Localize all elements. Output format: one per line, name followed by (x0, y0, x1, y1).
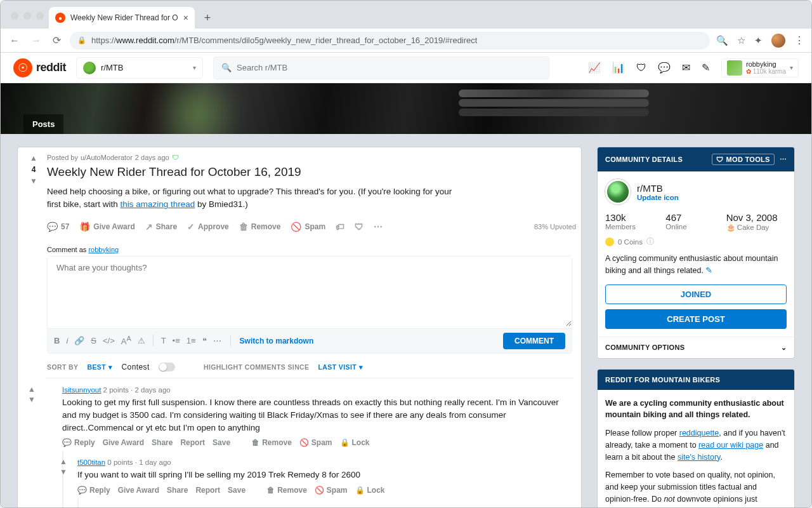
all-icon[interactable]: 📊 (612, 62, 625, 74)
browser-tab[interactable]: ● Weekly New Rider Thread for O × (49, 7, 195, 29)
comment-as-user[interactable]: robbyking (88, 246, 119, 253)
profile-avatar[interactable] (771, 34, 785, 48)
reply-button[interactable]: 💬 Reply (62, 438, 95, 447)
award-button[interactable]: 🎁Give Award (75, 219, 138, 234)
comment-as-label: Comment as robbyking (47, 246, 572, 253)
bold-button[interactable]: B (54, 336, 60, 345)
contest-label: Contest (122, 363, 150, 371)
wiki-link[interactable]: read our wiki page (698, 441, 763, 450)
more-button[interactable]: ⋯ (370, 219, 386, 234)
new-tab-button[interactable]: + (199, 9, 216, 27)
award-button[interactable]: Give Award (118, 486, 159, 495)
remove-button[interactable]: 🗑 Remove (252, 438, 292, 447)
upvote-button[interactable] (75, 505, 88, 508)
back-button[interactable]: ← (7, 32, 22, 49)
shield-button[interactable]: 🛡 (351, 219, 367, 234)
submit-comment-button[interactable]: COMMENT (503, 333, 565, 349)
address-bar[interactable]: 🔒 https://www.reddit.com/r/MTB/comments/… (70, 32, 710, 50)
post-body-link[interactable]: this amazing thread (121, 199, 195, 209)
browser-menu-icon[interactable]: ⋮ (794, 34, 805, 46)
subreddit-name[interactable]: r/MTB (637, 183, 679, 194)
spam-button[interactable]: 🚫Spam (287, 219, 329, 234)
downvote-button[interactable] (60, 467, 72, 476)
strike-button[interactable]: S (91, 336, 96, 345)
upvote-button[interactable] (60, 457, 72, 466)
number-button[interactable]: 1≡ (187, 336, 196, 345)
window-controls[interactable] (7, 12, 49, 29)
lock-button[interactable]: 🔒 Lock (340, 438, 370, 447)
sort-dropdown[interactable]: BEST ▾ (87, 363, 112, 371)
username: robbyking (746, 60, 786, 68)
search-bar[interactable]: 🔍 (213, 57, 549, 79)
report-button[interactable]: Report (195, 486, 220, 495)
save-button[interactable]: Save (213, 438, 230, 447)
report-button[interactable]: Report (180, 438, 205, 447)
bullet-button[interactable]: •≡ (173, 336, 180, 345)
contest-toggle[interactable] (159, 363, 175, 371)
forward-button[interactable]: → (29, 32, 44, 49)
mod-tools-button[interactable]: 🛡 MOD TOOLS (712, 154, 774, 165)
switch-markdown[interactable]: Switch to markdown (240, 337, 314, 345)
reddit-logo[interactable]: ☉ reddit (13, 58, 66, 77)
update-icon-link[interactable]: Update icon (637, 194, 679, 201)
italic-button[interactable]: i (66, 336, 68, 345)
history-link[interactable]: site's history (678, 453, 720, 462)
comment-author[interactable]: t500titan (77, 458, 105, 466)
save-button[interactable]: Save (228, 486, 246, 495)
community-options[interactable]: COMMUNITY OPTIONS ⌄ (598, 337, 794, 358)
user-menu[interactable]: robbyking 110k karma ▾ (721, 58, 799, 77)
reddiquette-link[interactable]: reddiquette (679, 429, 719, 438)
spoiler-button[interactable]: ⚠ (138, 336, 145, 345)
link-button[interactable]: 🔗 (74, 336, 84, 345)
comment-author[interactable]: Isitsunnyout (62, 386, 101, 394)
code-button[interactable]: </> (103, 336, 115, 345)
create-post-button[interactable]: CREATE POST (605, 309, 787, 329)
reload-button[interactable]: ⟳ (50, 32, 63, 49)
comment-textarea[interactable] (48, 257, 572, 326)
quote-button[interactable]: ❝ (202, 336, 207, 345)
page-scroll[interactable]: Posts 4 Posted by u/AutoModerator 2 days… (1, 83, 811, 507)
comment-author[interactable]: the350guy (93, 506, 127, 508)
joined-button[interactable]: JOINED (605, 284, 787, 304)
award-button[interactable]: Give Award (103, 438, 144, 447)
community-details-card: COMMUNITY DETAILS 🛡 MOD TOOLS ⋯ r/MTB Up… (597, 147, 795, 359)
reply-button[interactable]: 💬 Reply (77, 486, 110, 495)
upvote-button[interactable] (28, 385, 41, 394)
spam-button[interactable]: 🚫 Spam (315, 486, 348, 495)
more-icon[interactable]: ⋯ (780, 156, 787, 164)
star-icon[interactable]: ☆ (737, 35, 745, 46)
share-button[interactable]: Share (152, 438, 173, 447)
post-body: Need help choosing a bike, or figuring o… (47, 185, 453, 211)
create-post-icon[interactable]: ✎ (702, 62, 710, 74)
subreddit-dropdown[interactable]: r/MTB ▾ (76, 57, 203, 79)
downvote-button[interactable] (30, 177, 37, 185)
upvote-button[interactable] (30, 154, 37, 163)
remove-button[interactable]: 🗑 Remove (267, 486, 307, 495)
posts-tab[interactable]: Posts (23, 114, 63, 134)
downvote-button[interactable] (28, 395, 41, 404)
popular-icon[interactable]: 📈 (588, 62, 601, 74)
comments-button[interactable]: 💬57 (43, 219, 73, 234)
remove-button[interactable]: 🗑Remove (235, 219, 285, 234)
chat-icon[interactable]: 💬 (658, 62, 671, 74)
lock-button[interactable]: 🔒 Lock (355, 486, 385, 495)
tag-button[interactable]: 🏷 (332, 219, 348, 234)
moderation-icon[interactable]: 🛡 (636, 62, 646, 74)
share-button[interactable]: Share (167, 486, 188, 495)
approve-button[interactable]: ✓Approve (183, 219, 233, 234)
extensions-icon[interactable]: ✦ (754, 35, 763, 46)
search-input[interactable] (237, 63, 541, 72)
close-tab-icon[interactable]: × (183, 13, 188, 23)
share-button[interactable]: ↗Share (141, 219, 181, 234)
more-fmt-button[interactable]: ⋯ (213, 336, 221, 345)
info-icon[interactable]: ⓘ (646, 237, 654, 246)
post-author[interactable]: u/AutoModerator (81, 154, 133, 161)
messages-icon[interactable]: ✉ (682, 62, 690, 74)
heading-button[interactable]: T (161, 336, 166, 345)
super-button[interactable]: AA (121, 335, 131, 346)
comment-age: 1 day ago (157, 506, 189, 508)
edit-icon[interactable]: ✎ (705, 266, 712, 275)
spam-button[interactable]: 🚫 Spam (299, 438, 332, 447)
search-icon[interactable]: 🔍 (716, 35, 728, 46)
highlight-dropdown[interactable]: LAST VISIT ▾ (318, 363, 363, 371)
